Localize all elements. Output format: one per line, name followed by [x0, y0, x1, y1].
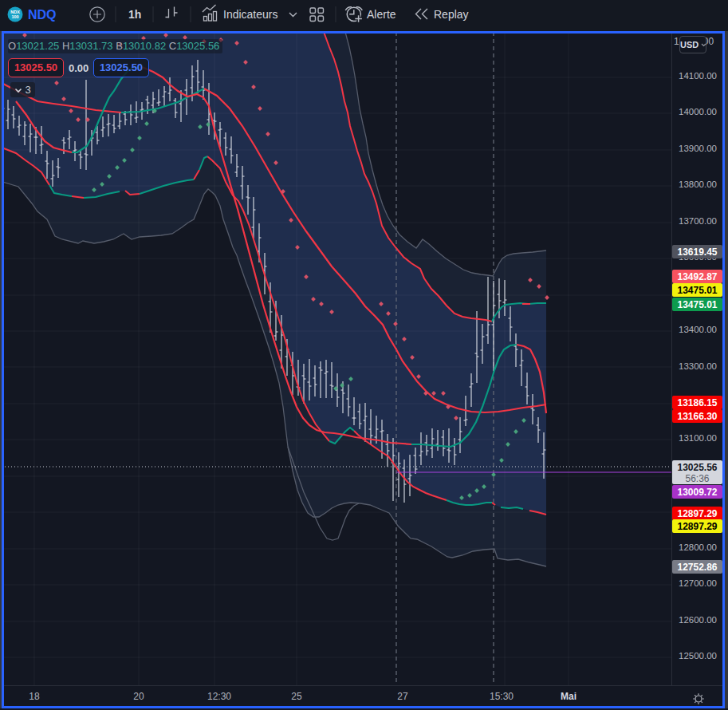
svg-text:Replay: Replay: [434, 8, 469, 21]
svg-text:NDQ: NDQ: [28, 8, 57, 22]
svg-text:NDX: NDX: [10, 10, 20, 14]
svg-text:Alerte: Alerte: [367, 8, 396, 21]
svg-text:100: 100: [11, 14, 18, 19]
svg-text:Indicateurs: Indicateurs: [223, 8, 277, 21]
svg-text:1h: 1h: [128, 8, 141, 21]
